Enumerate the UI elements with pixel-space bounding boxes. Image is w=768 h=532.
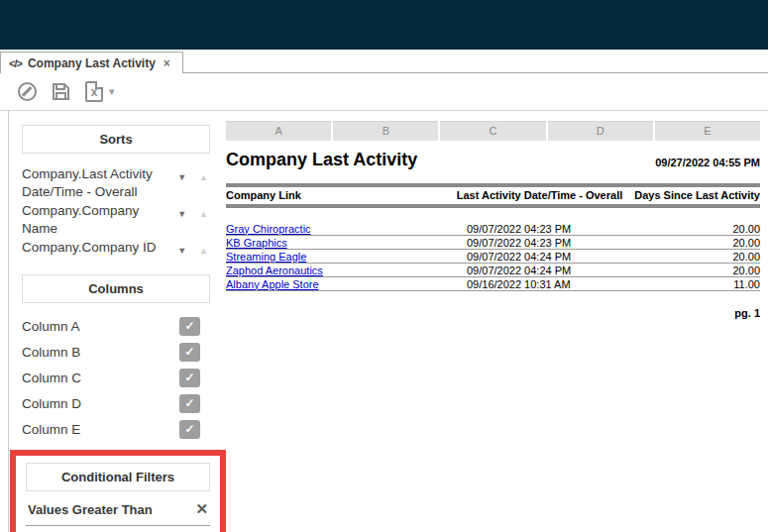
days-since-cell: 20.00 (626, 223, 760, 235)
checkbox-checked-icon[interactable]: ✓ (179, 369, 200, 387)
company-link[interactable]: KB Graphics (226, 237, 287, 249)
tab-bar-filler (183, 52, 768, 73)
export-dropdown-icon[interactable]: ▾ (109, 85, 115, 98)
report-builder-window: </> Company Last Activity × x ▾ Sorts Co… (0, 0, 768, 532)
company-link[interactable]: Gray Chiropractic (226, 223, 311, 235)
column-label: Column B (22, 345, 80, 360)
checkbox-checked-icon[interactable]: ✓ (179, 343, 200, 362)
header-company-link: Company Link (226, 189, 453, 201)
days-since-cell: 20.00 (626, 251, 760, 263)
code-icon: </> (9, 57, 22, 69)
column-toggle-row: Column E ✓ (22, 418, 210, 440)
save-icon[interactable] (52, 82, 70, 101)
settings-sidebar: Sorts Company.Last Activity Date/Time - … (8, 111, 226, 532)
conditional-filters-title: Conditional Filters (61, 470, 174, 484)
table-row: Streaming Eagle 09/07/2022 04:24 PM 20.0… (226, 250, 760, 264)
column-toggle-row: Column C ✓ (22, 367, 210, 388)
sort-descending-icon[interactable]: ▼ (177, 242, 186, 260)
content-area: Sorts Company.Last Activity Date/Time - … (0, 111, 768, 532)
column-toggle-row: Column B ✓ (22, 341, 210, 363)
table-row: Zaphod Aeronautics 09/07/2022 04:24 PM 2… (226, 264, 760, 277)
sort-item-label: Company.Company ID (22, 239, 170, 257)
checkbox-checked-icon[interactable]: ✓ (179, 317, 200, 336)
column-label: Column D (22, 396, 81, 411)
column-toggle-row: Column A ✓ (22, 315, 210, 337)
top-navigation-bar (0, 0, 768, 50)
sort-ascending-icon[interactable]: ▲ (199, 168, 208, 186)
remove-filter-icon[interactable]: ✕ (195, 500, 208, 518)
filter-name-label: Values Greater Than (28, 502, 153, 517)
days-since-cell: 20.00 (626, 265, 760, 276)
column-label: Column C (22, 371, 81, 385)
sorts-title: Sorts (99, 132, 132, 147)
spreadsheet-column-headers: A B C D E (226, 121, 760, 141)
sort-item: Company.Last Activity Date/Time - Overal… (22, 165, 210, 201)
checkbox-checked-icon[interactable]: ✓ (179, 394, 200, 413)
last-activity-cell: 09/16/2022 10:31 AM (453, 278, 626, 290)
last-activity-cell: 09/07/2022 04:23 PM (453, 223, 626, 235)
page-number: pg. 1 (226, 307, 760, 319)
columns-title: Columns (88, 281, 144, 296)
table-row: Albany Apple Store 09/16/2022 10:31 AM 1… (226, 277, 760, 291)
checkbox-checked-icon[interactable]: ✓ (179, 420, 200, 439)
last-activity-cell: 09/07/2022 04:24 PM (453, 265, 626, 276)
sheet-column-header[interactable]: B (333, 121, 438, 141)
column-label: Column E (22, 422, 80, 437)
sort-item-label: Company.Company Name (22, 202, 170, 238)
conditional-filters-highlight: Conditional Filters Values Greater Than … (10, 450, 226, 532)
column-label: Column A (22, 319, 80, 334)
sheet-column-header[interactable]: C (440, 121, 545, 141)
tab-label: Company Last Activity (28, 56, 156, 70)
company-link[interactable]: Albany Apple Store (226, 278, 319, 290)
sort-item: Company.Company Name ▼ ▲ (22, 202, 210, 238)
header-last-activity: Last Activity Date/Time - Overall (453, 189, 626, 201)
tab-close-icon[interactable]: × (164, 56, 170, 70)
toolbar: x ▾ (0, 73, 768, 111)
sort-ascending-icon[interactable]: ▲ (199, 205, 208, 223)
report-title-row: Company Last Activity 09/27/2022 04:55 P… (226, 150, 760, 170)
excel-export-icon[interactable]: x (85, 81, 103, 102)
excel-export-control: x ▾ (85, 81, 115, 102)
company-link[interactable]: Streaming Eagle (226, 251, 306, 263)
sheet-column-header[interactable]: D (548, 121, 653, 141)
filter-row: Values Greater Than ✕ (26, 500, 210, 526)
days-since-cell: 20.00 (626, 237, 760, 249)
sort-descending-icon[interactable]: ▼ (177, 205, 186, 223)
cancel-icon[interactable] (18, 82, 37, 101)
company-link[interactable]: Zaphod Aeronautics (226, 265, 323, 276)
sort-descending-icon[interactable]: ▼ (177, 168, 186, 186)
table-row: KB Graphics 09/07/2022 04:23 PM 20.00 (226, 236, 760, 250)
report-timestamp: 09/27/2022 04:55 PM (655, 157, 760, 170)
header-days-since: Days Since Last Activity (626, 189, 760, 201)
tab-bar: </> Company Last Activity × (0, 50, 768, 73)
last-activity-cell: 09/07/2022 04:24 PM (453, 251, 626, 263)
days-since-cell: 11.00 (626, 278, 760, 290)
sort-ascending-icon[interactable]: ▲ (199, 242, 208, 260)
sort-item: Company.Company ID ▼ ▲ (22, 239, 210, 260)
report-title: Company Last Activity (226, 150, 417, 170)
columns-section-header: Columns (22, 274, 210, 303)
sheet-column-header[interactable]: A (226, 121, 331, 141)
sorts-section-header: Sorts (22, 125, 210, 154)
last-activity-cell: 09/07/2022 04:23 PM (453, 237, 626, 249)
conditional-filters-section-header: Conditional Filters (26, 463, 210, 491)
report-preview: A B C D E Company Last Activity 09/27/20… (226, 111, 768, 532)
column-toggle-row: Column D ✓ (22, 392, 210, 414)
sheet-column-header[interactable]: E (655, 121, 760, 141)
table-row: Gray Chiropractic 09/07/2022 04:23 PM 20… (226, 222, 760, 236)
report-table-header: Company Link Last Activity Date/Time - O… (226, 187, 760, 204)
sort-item-label: Company.Last Activity Date/Time - Overal… (22, 165, 170, 201)
tab-company-last-activity[interactable]: </> Company Last Activity × (0, 52, 183, 73)
